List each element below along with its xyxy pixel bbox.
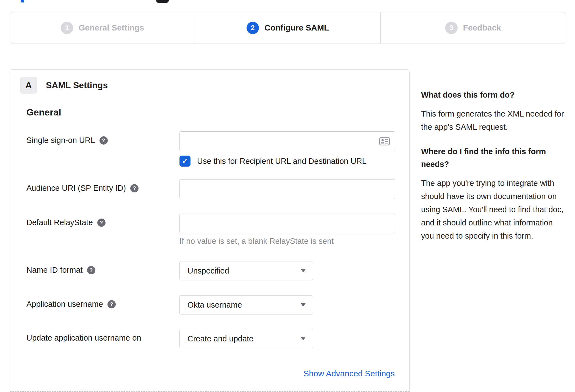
audience-uri-row: Audience URI (SP Entity ID) ? <box>26 179 409 199</box>
step-configure-saml[interactable]: 2 Configure SAML <box>195 12 380 43</box>
update-username-field: Create and update <box>179 329 395 348</box>
relay-state-row: Default RelayState ? <box>26 214 409 233</box>
relay-state-label-wrap: Default RelayState ? <box>26 214 179 227</box>
step-label: Feedback <box>463 23 501 32</box>
sso-url-label-wrap: Single sign-on URL ? <box>26 131 179 145</box>
update-username-row: Update application username on Create an… <box>26 329 409 348</box>
relay-state-input[interactable] <box>179 214 395 233</box>
update-username-label-wrap: Update application username on <box>26 329 179 343</box>
name-id-format-row: Name ID format ? Unspecified <box>26 261 409 280</box>
relay-state-label: Default RelayState <box>26 217 93 227</box>
dropdown-arrow-icon <box>301 303 306 307</box>
name-id-format-label-wrap: Name ID format ? <box>26 261 179 275</box>
name-id-format-label: Name ID format <box>26 265 83 275</box>
sso-url-input[interactable] <box>179 131 395 151</box>
sso-url-field <box>179 131 395 151</box>
help-sidebar: What does this form do? This form genera… <box>421 89 567 254</box>
step-number-badge: 3 <box>445 22 458 34</box>
help-icon[interactable]: ? <box>130 184 139 192</box>
advanced-settings-row: Show Advanced Settings <box>10 369 395 378</box>
application-username-value: Okta username <box>187 300 242 310</box>
help-icon[interactable]: ? <box>87 266 95 274</box>
recipient-url-checkbox[interactable]: ✓ <box>179 156 190 167</box>
update-username-select[interactable]: Create and update <box>179 329 313 348</box>
name-id-format-field: Unspecified <box>179 261 395 280</box>
step-feedback[interactable]: 3 Feedback <box>380 12 566 43</box>
card-title: SAML Settings <box>46 80 108 90</box>
step-general-settings[interactable]: 1 General Settings <box>10 12 195 43</box>
update-username-value: Create and update <box>187 334 253 343</box>
help-answer-2: The app you're trying to integrate with … <box>421 176 567 242</box>
wizard-stepper: 1 General Settings 2 Configure SAML 3 Fe… <box>10 12 566 43</box>
audience-uri-field <box>179 179 395 199</box>
audience-uri-input[interactable] <box>179 179 395 199</box>
show-advanced-settings-link[interactable]: Show Advanced Settings <box>303 369 395 378</box>
relay-state-field <box>179 214 395 233</box>
application-username-label-wrap: Application username ? <box>26 295 179 309</box>
contact-card-icon <box>379 137 390 145</box>
section-a-badge: A <box>20 77 37 94</box>
audience-uri-label: Audience URI (SP Entity ID) <box>26 183 126 193</box>
general-group-title: General <box>26 107 409 118</box>
application-username-select[interactable]: Okta username <box>179 295 313 314</box>
name-id-format-select[interactable]: Unspecified <box>179 261 313 280</box>
relay-state-hint: If no value is set, a blank RelayState i… <box>179 237 409 246</box>
application-username-field: Okta username <box>179 295 395 314</box>
help-question-1: What does this form do? <box>421 89 567 101</box>
clipped-toggle-artifact <box>156 0 169 3</box>
help-answer-1: This form generates the XML needed for t… <box>421 107 567 134</box>
name-id-format-value: Unspecified <box>187 266 229 275</box>
help-icon[interactable]: ? <box>99 136 108 145</box>
step-label: General Settings <box>79 23 144 32</box>
recipient-url-checkbox-label: Use this for Recipient URL and Destinati… <box>197 157 366 166</box>
dropdown-arrow-icon <box>301 269 306 272</box>
sso-url-label: Single sign-on URL <box>26 135 95 145</box>
saml-settings-card: A SAML Settings General Single sign-on U… <box>10 69 410 392</box>
help-icon[interactable]: ? <box>97 219 106 227</box>
step-number-badge: 1 <box>61 22 73 34</box>
update-username-label: Update application username on <box>26 333 141 343</box>
recipient-url-checkbox-row: ✓ Use this for Recipient URL and Destina… <box>26 156 409 167</box>
help-question-2: Where do I find the info this form needs… <box>421 145 567 170</box>
help-icon[interactable]: ? <box>107 300 116 308</box>
section-dashed-divider <box>10 391 409 392</box>
step-number-badge: 2 <box>247 22 259 34</box>
application-username-label: Application username <box>26 299 103 309</box>
sso-url-row: Single sign-on URL ? <box>26 131 409 151</box>
saml-settings-header: A SAML Settings <box>20 77 409 94</box>
step-label: Configure SAML <box>264 23 329 32</box>
dropdown-arrow-icon <box>301 337 306 340</box>
clipped-blue-tab-artifact <box>21 0 24 2</box>
audience-uri-label-wrap: Audience URI (SP Entity ID) ? <box>26 179 179 193</box>
application-username-row: Application username ? Okta username <box>26 295 409 314</box>
configure-saml-page: 1 General Settings 2 Configure SAML 3 Fe… <box>0 0 575 392</box>
